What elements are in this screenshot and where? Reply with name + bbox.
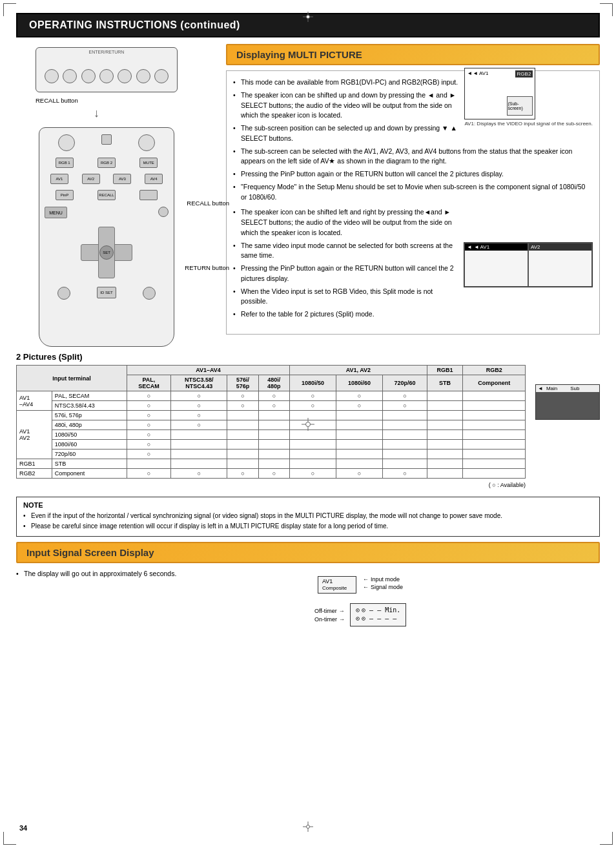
e4 xyxy=(258,411,289,420)
note-title: NOTE xyxy=(23,501,593,509)
j5 xyxy=(289,459,336,469)
split-bullets: The speaker icon can be shifted left and… xyxy=(233,207,457,322)
i1: ○ xyxy=(127,450,171,459)
input-signal-right: AV1 Composite ← Input mode ← Signal mode xyxy=(314,570,600,626)
id-set-btn[interactable]: ID SET xyxy=(97,287,116,298)
k8 xyxy=(427,469,463,479)
av12-720-cell: 720p/60 xyxy=(52,450,127,459)
f6 xyxy=(336,420,383,430)
d2: ○ xyxy=(170,401,227,411)
main-label-mini: Main xyxy=(546,386,557,391)
rgb2-comp-cell: Component xyxy=(52,469,127,479)
i4 xyxy=(258,450,289,459)
th-av12: AV1, AV2 xyxy=(289,366,427,375)
remote-btn-4[interactable] xyxy=(99,69,114,83)
mp-bullet-4: The sub-screen can be selected with the … xyxy=(233,147,593,167)
remote-btn-7[interactable] xyxy=(154,69,169,83)
h1: ○ xyxy=(127,440,171,450)
e6 xyxy=(336,411,383,420)
av3-btn[interactable]: AV3 xyxy=(113,174,131,184)
rgb2-btn[interactable]: RGB 2 xyxy=(98,158,116,168)
main-header-title: OPERATING INSTRUCTIONS (continued) xyxy=(29,19,240,30)
mp-bullet-2: The speaker icon can be shifted up and d… xyxy=(233,90,593,121)
split-section-header: 2 Pictures (Split) xyxy=(16,352,600,362)
c3: ○ xyxy=(227,391,258,401)
g5 xyxy=(289,430,336,440)
timer-box: ⊙ ⊙ – – Min. ⊙ ⊙ – – – – xyxy=(350,603,406,626)
d5: ○ xyxy=(289,401,336,411)
speaker-mini-box: ◄ Main Sub xyxy=(535,384,600,420)
mp-bullet-5: Pressing the PinP button again or the RE… xyxy=(233,169,593,180)
speaker-icon-mp: ◄ xyxy=(467,70,472,76)
g7 xyxy=(383,430,427,440)
av1-label-cell: AV1–AV4 xyxy=(17,391,52,411)
c4: ○ xyxy=(258,391,289,401)
d1: ○ xyxy=(127,401,171,411)
extra-btn[interactable] xyxy=(139,190,158,200)
split-screen-box: ◄ ◄ AV1 AV2 xyxy=(464,242,593,287)
h3 xyxy=(227,440,258,450)
i5 xyxy=(289,450,336,459)
pip-btn[interactable]: PinP xyxy=(56,190,74,200)
th-av14: AV1–AV4 xyxy=(127,366,290,375)
remote-btn-5[interactable] xyxy=(118,69,132,83)
f3 xyxy=(227,420,258,430)
av2-btn[interactable]: AV2 xyxy=(82,174,100,184)
right-column: Displaying MULTI PICTURE RGB2 ◄ ◄ AV1 (S… xyxy=(226,44,600,347)
av12-1080-50-cell: 1080i/50 xyxy=(52,430,127,440)
table-row: NTSC3.58/4.43 ○ ○ ○ ○ ○ ○ ○ xyxy=(17,401,526,411)
c2: ○ xyxy=(170,391,227,401)
th-1080-50: 1080i/50 xyxy=(289,375,336,391)
remote-btn-2[interactable] xyxy=(63,69,77,83)
remote-btn-1[interactable] xyxy=(45,69,59,83)
g8 xyxy=(427,430,463,440)
input-mode-box: AV1 Composite xyxy=(318,576,356,594)
g1: ○ xyxy=(127,430,171,440)
remote-btn-6[interactable] xyxy=(136,69,150,83)
table-row: AV1–AV4 PAL, SECAM ○ ○ ○ ○ ○ ○ ○ xyxy=(17,391,526,401)
remote-area: ENTER/RETURN RECALL button ↓ PinP button xyxy=(16,47,216,347)
input-mode-label: Input mode xyxy=(371,576,400,583)
i7 xyxy=(383,450,427,459)
split-table: Input terminal AV1–AV4 AV1, AV2 RGB1 RGB… xyxy=(16,365,526,479)
vol-up-btn[interactable] xyxy=(158,207,169,217)
note-section: NOTE Even if the input of the horizontal… xyxy=(16,497,600,537)
c9 xyxy=(463,391,526,401)
av12-576-cell: 576i, 576p xyxy=(52,411,127,420)
bottom-btn-1[interactable] xyxy=(57,287,70,300)
on-off-btn[interactable] xyxy=(138,134,155,151)
av4-btn[interactable]: AV4 xyxy=(145,174,163,184)
c7: ○ xyxy=(383,391,427,401)
rgb2-label-cell: RGB2 xyxy=(17,469,52,479)
d9 xyxy=(463,401,526,411)
av12-1080-60-cell: 1080i/60 xyxy=(52,440,127,450)
corner-tl xyxy=(3,3,16,16)
btn-mid[interactable] xyxy=(101,134,112,145)
timer-row-1: ⊙ ⊙ – – Min. xyxy=(356,606,400,614)
rgb1-btn[interactable]: RGB 1 xyxy=(56,158,74,168)
menu-btn[interactable]: MENU xyxy=(45,207,67,218)
input-mode-arrow: ← xyxy=(363,576,369,583)
f2: ○ xyxy=(170,420,227,430)
bottom-btn-2[interactable] xyxy=(143,287,156,300)
dpad-center-btn[interactable]: SET xyxy=(99,245,114,260)
mute-btn[interactable]: MUTE xyxy=(139,158,158,168)
j9 xyxy=(463,459,526,469)
j2 xyxy=(170,459,227,469)
input-signal-content: The display will go out in approximately… xyxy=(16,570,600,626)
h2 xyxy=(170,440,227,450)
remote-btn-3[interactable] xyxy=(81,69,96,83)
i9 xyxy=(463,450,526,459)
recall-btn[interactable]: RECALL xyxy=(98,190,116,200)
av1-label-mp: ◄ AV1 xyxy=(473,70,488,76)
av1-btn[interactable]: AV1 xyxy=(50,174,68,184)
mp-bullet-6: "Frequency Mode" in the Setup Menu shoul… xyxy=(233,182,593,203)
c8 xyxy=(427,391,463,401)
speaker-icon-av1: ◄ xyxy=(467,244,472,250)
power-btn[interactable] xyxy=(58,134,75,151)
j1 xyxy=(127,459,171,469)
h7 xyxy=(383,440,427,450)
mp-bullet-3: The sub-screen position can be selected … xyxy=(233,123,593,144)
h8 xyxy=(427,440,463,450)
timer-labels: Off-timer → On-timer → xyxy=(314,608,345,623)
